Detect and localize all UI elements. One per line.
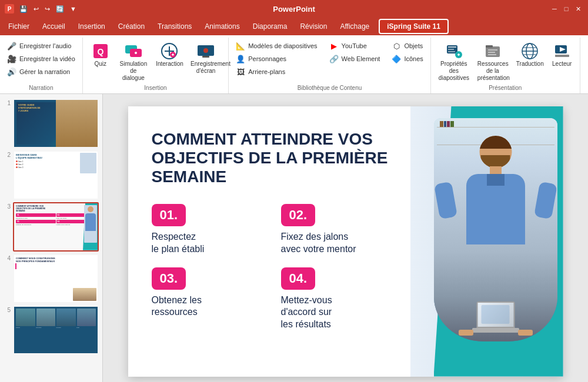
audio-icon: 🎤 — [7, 41, 16, 51]
ribbon: 🎤 Enregistrer l'audio 🎥 Enregistrer la v… — [0, 35, 588, 94]
slide-img-3[interactable]: COMMENT ATTEINDRE VOSOBJECTIFS DE LA PRE… — [13, 202, 99, 252]
youtube-button[interactable]: ▶ YouTube — [327, 40, 383, 52]
modeles-icon: 📐 — [236, 41, 245, 51]
narration-small-btns: 🎤 Enregistrer l'audio 🎥 Enregistrer la v… — [5, 40, 78, 78]
web-element-icon: 🔗 — [329, 54, 339, 63]
slide-preview-4: COMMENT NOUS CONSTRUISONSNOS PRINCIPES F… — [14, 255, 98, 302]
web-element-label: Web Element — [342, 55, 380, 62]
proprietes-icon — [445, 42, 463, 61]
slide-canvas: COMMENT ATTEINDRE VOS OBJECTIFS DE LA PR… — [128, 106, 563, 377]
personnages-button[interactable]: 👤 Personnages — [233, 53, 319, 65]
menu-affichage[interactable]: Affichage — [334, 20, 375, 33]
slide-img-5[interactable]: Elaine Rachael Gordon Julie — [13, 306, 99, 355]
narration-buttons: 🎤 Enregistrer l'audio 🎥 Enregistrer la v… — [5, 40, 78, 83]
enregistrer-video-button[interactable]: 🎥 Enregistrer la vidéo — [5, 53, 78, 65]
proprietes-label: Propriétés des diapositives — [439, 61, 469, 82]
svg-rect-17 — [448, 51, 455, 52]
ressources-button[interactable]: Ressources de la présentation — [475, 40, 511, 83]
ressources-icon — [483, 42, 502, 61]
gerer-narration-label: Gérer la narration — [19, 68, 70, 75]
close-button[interactable]: ✕ — [573, 4, 583, 14]
presentation-buttons: Propriétés des diapositives Ressources d… — [436, 40, 575, 83]
narration-icon: 🔊 — [7, 67, 16, 76]
slide-desc-1: Respectezle plan établi — [152, 231, 263, 256]
simulation-button[interactable]: Simulation de dialogue — [116, 40, 151, 83]
arriere-plans-label: Arriere-plans — [248, 68, 285, 75]
slide-grid: 01. Respectezle plan établi 02. Fixez de… — [152, 204, 393, 331]
slide-img-2[interactable]: BIENVENUE DANSL'ÉQUIPE MARKETING! Item 1… — [13, 150, 99, 200]
proprietes-button[interactable]: Propriétés des diapositives — [436, 40, 472, 83]
enregistrement-button[interactable]: Enregistrement d'écran — [188, 40, 223, 76]
menu-transitions[interactable]: Transitions — [152, 20, 198, 33]
redo-button[interactable]: ↪ — [43, 4, 52, 14]
personnages-icon: 👤 — [236, 54, 245, 63]
slide-preview-2: BIENVENUE DANSL'ÉQUIPE MARKETING! Item 1… — [14, 152, 98, 199]
lecteur-label: Lecteur — [552, 61, 572, 68]
menu-ispring[interactable]: iSpring Suite 11 — [379, 19, 449, 34]
menu-creation[interactable]: Création — [112, 20, 151, 33]
traduction-label: Traduction — [516, 61, 544, 68]
youtube-icon: ▶ — [329, 41, 339, 51]
slide-preview-1: VOTRE GUIDED'INTÉGRATION DE7 JOURS — [14, 100, 98, 147]
enregistrer-video-label: Enregistrer la vidéo — [19, 55, 75, 62]
slide-desc-2: Fixez des jalonsavec votre mentor — [281, 231, 393, 256]
apercu-button[interactable]: ▼ Aperçu — [585, 40, 588, 69]
slide-num-2: 2 — [4, 152, 11, 158]
quick-access-toolbar: 💾 ↩ ↪ 🔄 ▼ — [18, 4, 78, 14]
slide-item-2: 02. Fixez des jalonsavec votre mentor — [281, 204, 393, 256]
dropdown-button[interactable]: ▼ — [68, 4, 78, 14]
modeles-button[interactable]: 📐 Modèles de diapositives — [233, 40, 319, 52]
slide-item-3: 03. Obtenez lesressources — [152, 267, 263, 331]
slide-img-4[interactable]: COMMENT NOUS CONSTRUISONSNOS PRINCIPES F… — [13, 254, 99, 303]
menu-revision[interactable]: Révision — [294, 20, 333, 33]
objets-icon: ⬡ — [392, 41, 401, 51]
lecteur-button[interactable]: Lecteur — [549, 40, 575, 69]
svg-rect-15 — [448, 46, 456, 48]
main-area: 1 VOTRE GUIDED'INTÉGRATION DE7 JOURS 2 B… — [0, 94, 588, 382]
svg-rect-22 — [486, 45, 493, 48]
interaction-label: Interaction — [156, 61, 183, 68]
slide-img-1[interactable]: VOTRE GUIDED'INTÉGRATION DE7 JOURS — [13, 99, 99, 148]
menu-animations[interactable]: Animations — [199, 20, 245, 33]
canvas-area: COMMENT ATTEINDRE VOS OBJECTIFS DE LA PR… — [103, 94, 588, 382]
enregistrer-audio-button[interactable]: 🎤 Enregistrer l'audio — [5, 40, 78, 52]
icones-button[interactable]: 🔷 Icônes — [389, 53, 425, 65]
personnages-label: Personnages — [248, 55, 286, 62]
replay-button[interactable]: 🔄 — [54, 4, 66, 14]
bibliotheque-buttons: 📐 Modèles de diapositives 👤 Personnages … — [233, 40, 426, 83]
gerer-narration-button[interactable]: 🔊 Gérer la narration — [5, 66, 78, 78]
slide-thumb-1[interactable]: 1 VOTRE GUIDED'INTÉGRATION DE7 JOURS — [4, 99, 99, 148]
menu-insertion[interactable]: Insertion — [72, 20, 111, 33]
narration-group-label: Narration — [5, 83, 78, 91]
slide-badge-3: 03. — [152, 267, 186, 290]
svg-rect-33 — [555, 55, 569, 57]
bibliotheque-small-btns-icons: ⬡ Objets 🔷 Icônes — [389, 40, 425, 65]
minimize-button[interactable]: ─ — [549, 4, 560, 14]
slide-num-1: 1 — [4, 100, 11, 106]
ribbon-group-bibliotheque: 📐 Modèles de diapositives 👤 Personnages … — [229, 38, 431, 93]
traduction-button[interactable]: Traduction — [513, 40, 547, 69]
menu-diaporama[interactable]: Diaporama — [247, 20, 293, 33]
web-element-button[interactable]: 🔗 Web Element — [327, 53, 383, 65]
undo-button[interactable]: ↩ — [32, 4, 41, 14]
menu-fichier[interactable]: Fichier — [2, 20, 35, 33]
slide-thumb-4[interactable]: 4 COMMENT NOUS CONSTRUISONSNOS PRINCIPES… — [4, 254, 99, 303]
objets-button[interactable]: ⬡ Objets — [389, 40, 425, 52]
svg-rect-16 — [448, 49, 454, 50]
menu-accueil[interactable]: Accueil — [36, 20, 71, 33]
lecteur-icon — [553, 42, 572, 61]
slide-thumb-5[interactable]: 5 Elaine Rachael Gordon Julie — [4, 306, 99, 355]
objets-label: Objets — [404, 42, 423, 49]
slide-thumb-2[interactable]: 2 BIENVENUE DANSL'ÉQUIPE MARKETING! Item… — [4, 150, 99, 200]
quiz-button[interactable]: Q Quiz — [88, 40, 113, 69]
quiz-label: Quiz — [95, 61, 107, 68]
ribbon-group-presentation: Propriétés des diapositives Ressources d… — [431, 38, 580, 93]
interaction-button[interactable]: Interaction — [153, 40, 186, 69]
slide-thumb-3[interactable]: 3 COMMENT ATTEINDRE VOSOBJECTIFS DE LA P… — [4, 202, 99, 252]
maximize-button[interactable]: □ — [561, 4, 572, 14]
slide-panel[interactable]: 1 VOTRE GUIDED'INTÉGRATION DE7 JOURS 2 B… — [0, 94, 103, 382]
save-button[interactable]: 💾 — [18, 4, 29, 14]
slide-content-left: COMMENT ATTEINDRE VOS OBJECTIFS DE LA PR… — [128, 106, 410, 377]
presentation-group-label: Présentation — [436, 83, 575, 91]
arriere-plans-button[interactable]: 🖼 Arriere-plans — [233, 66, 319, 78]
